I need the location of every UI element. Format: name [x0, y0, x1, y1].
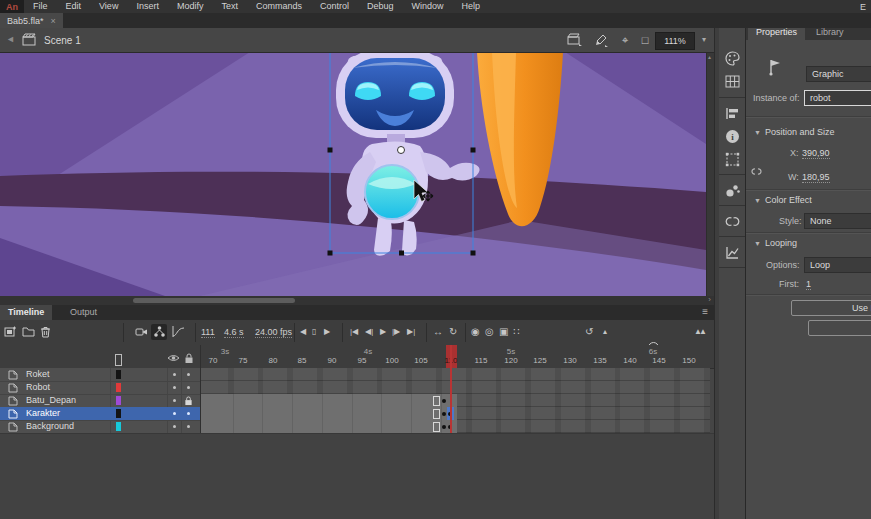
outline-color-column-icon[interactable] — [115, 354, 122, 366]
span-end-marker[interactable] — [433, 396, 440, 406]
x-value[interactable]: 390,90 — [802, 148, 830, 159]
chevron-down-icon[interactable]: ▾ — [697, 32, 711, 48]
symbol-behavior-select[interactable]: Graphic — [806, 66, 871, 82]
instance-name-field[interactable]: robot — [804, 90, 871, 106]
layer-row-background[interactable]: Background — [0, 420, 200, 434]
reset-timeline-zoom-icon[interactable]: ↺ — [585, 325, 593, 339]
add-camera-button[interactable] — [135, 325, 148, 342]
layer-row-batu-depan[interactable]: Batu_Depan — [0, 394, 200, 408]
menu-modify[interactable]: Modify — [168, 0, 213, 13]
timeline-zoom-in-icon[interactable]: ▲▲ — [694, 325, 704, 339]
frame-span-batu-depan[interactable] — [200, 394, 457, 408]
transformation-point[interactable] — [398, 147, 405, 154]
scene-label[interactable]: Scene 1 — [44, 35, 81, 46]
keyframe-dot[interactable] — [442, 399, 446, 403]
center-frame-button[interactable]: ⌖ — [617, 33, 633, 47]
menu-view[interactable]: View — [90, 0, 127, 13]
next-keyframe-icon[interactable]: ▶ — [324, 325, 330, 339]
back-arrow-icon[interactable]: ◄ — [6, 34, 15, 44]
elapsed-time-value[interactable]: 4.6 s — [224, 327, 244, 338]
selection-handle[interactable] — [471, 148, 476, 153]
new-layer-button[interactable] — [4, 325, 17, 342]
modify-markers-icon[interactable]: ∷ — [513, 325, 519, 339]
menu-insert[interactable]: Insert — [127, 0, 168, 13]
layer-visibility-dot[interactable] — [173, 399, 176, 402]
tab-output[interactable]: Output — [62, 305, 105, 320]
color-style-select[interactable]: None — [804, 213, 871, 229]
motion-graph-panel-icon[interactable] — [724, 244, 741, 261]
use-frame-picker-button[interactable]: Use Fra — [791, 300, 871, 316]
playhead-line[interactable] — [450, 345, 452, 433]
stage-canvas[interactable] — [0, 52, 706, 296]
align-panel-icon[interactable] — [724, 105, 741, 122]
keyframe-dot[interactable] — [442, 425, 446, 429]
layer-outline-color[interactable] — [116, 422, 121, 431]
insert-keyframe-icon[interactable]: ▯ — [312, 325, 316, 339]
layer-outline-color[interactable] — [116, 383, 121, 392]
loop-playback-icon[interactable]: ↻ — [449, 325, 457, 339]
menu-text[interactable]: Text — [212, 0, 247, 13]
panel-menu-icon[interactable]: ≡ — [702, 306, 708, 317]
w-value[interactable]: 180,95 — [802, 172, 830, 183]
info-panel-icon[interactable]: i — [724, 128, 741, 145]
edit-multiple-frames-icon[interactable]: ▣ — [499, 325, 508, 339]
step-back-icon[interactable]: ◀| — [365, 325, 373, 339]
looping-options-select[interactable]: Loop — [804, 257, 871, 273]
frame-span-background[interactable] — [200, 420, 457, 434]
layer-visibility-dot[interactable] — [173, 373, 176, 376]
link-width-height-icon[interactable] — [750, 165, 763, 178]
frame-rate-value[interactable]: 24.00 fps — [255, 327, 292, 338]
onion-skin-outlines-icon[interactable]: ◎ — [485, 325, 494, 339]
frames-grid[interactable] — [200, 368, 710, 433]
section-position-size[interactable]: ▼Position and Size — [754, 127, 834, 137]
layer-lock-dot[interactable] — [187, 373, 190, 376]
lip-syncing-button[interactable]: Lip S — [808, 320, 871, 336]
menu-window[interactable]: Window — [403, 0, 453, 13]
go-to-first-frame-icon[interactable]: |◀ — [350, 325, 358, 339]
selection-handle[interactable] — [399, 251, 404, 256]
workspace-label[interactable]: E — [860, 2, 871, 12]
first-frame-value[interactable]: 1 — [806, 279, 811, 290]
center-playhead-icon[interactable]: ↔ — [433, 325, 443, 339]
layer-visibility-dot[interactable] — [173, 412, 176, 415]
menu-debug[interactable]: Debug — [358, 0, 403, 13]
layer-outline-color[interactable] — [116, 409, 121, 418]
new-folder-button[interactable] — [22, 325, 35, 342]
section-looping[interactable]: ▼Looping — [754, 238, 797, 248]
layer-lock-dot[interactable] — [187, 425, 190, 428]
lock-icon[interactable] — [184, 396, 193, 406]
document-tab[interactable]: Bab5.fla* × — [0, 13, 63, 28]
show-parenting-view-button[interactable] — [151, 324, 167, 340]
layer-lock-dot[interactable] — [187, 412, 190, 415]
step-forward-icon[interactable]: |▶ — [392, 325, 400, 339]
scroll-up-icon[interactable]: ▴ — [708, 53, 711, 60]
delete-layer-button[interactable] — [39, 325, 52, 342]
stage-horizontal-scrollbar[interactable]: › — [0, 296, 714, 305]
stage-zoom-select[interactable]: 111% — [655, 32, 695, 50]
layer-visibility-dot[interactable] — [173, 425, 176, 428]
previous-keyframe-icon[interactable]: ◀ — [300, 325, 306, 339]
swatches-panel-icon[interactable] — [724, 73, 741, 90]
close-icon[interactable]: × — [51, 16, 56, 26]
layer-lock-dot[interactable] — [187, 386, 190, 389]
layer-row-roket[interactable]: Roket — [0, 368, 200, 382]
current-frame-value[interactable]: 111 — [201, 327, 215, 338]
layer-outline-color[interactable] — [116, 396, 121, 405]
layer-row-karakter[interactable]: Karakter — [0, 407, 200, 421]
timeline-ruler[interactable]: 3s 4s 5s 6s 70 75 80 85 90 95 100 105 11… — [0, 345, 714, 369]
onion-skin-icon[interactable]: ◉ — [471, 325, 480, 339]
menu-control[interactable]: Control — [311, 0, 358, 13]
selection-handle[interactable] — [328, 251, 333, 256]
selection-handle[interactable] — [471, 251, 476, 256]
edit-scene-button[interactable] — [566, 33, 582, 47]
lock-column-icon[interactable] — [184, 353, 194, 364]
layer-visibility-dot[interactable] — [173, 386, 176, 389]
cc-libraries-panel-icon[interactable] — [724, 213, 741, 230]
menu-file[interactable]: File — [24, 0, 57, 13]
layer-row-robot[interactable]: Robot — [0, 381, 200, 395]
layer-outline-color[interactable] — [116, 370, 121, 379]
frame-span-karakter[interactable] — [200, 407, 457, 421]
play-icon[interactable]: ▶ — [380, 325, 386, 339]
scrollbar-thumb[interactable] — [133, 298, 295, 303]
menu-edit[interactable]: Edit — [57, 0, 91, 13]
